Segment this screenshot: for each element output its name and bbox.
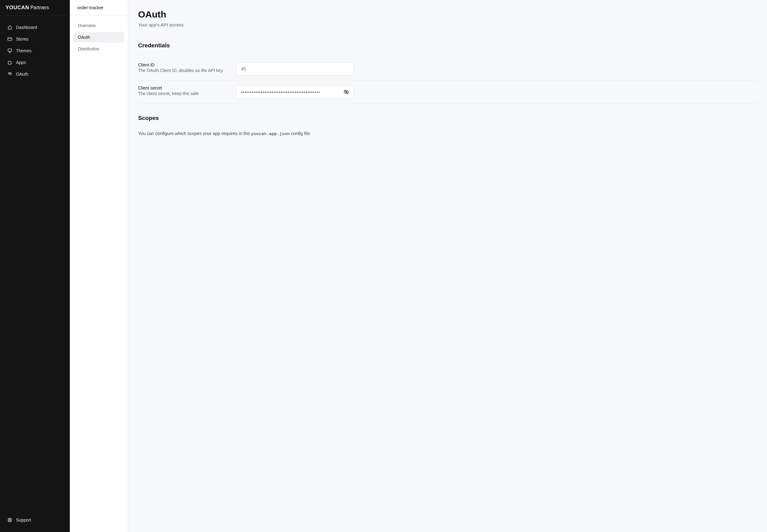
sidebar-item-themes[interactable]: Themes: [0, 45, 70, 57]
toggle-secret-visibility-button[interactable]: [342, 87, 351, 97]
client-id-input[interactable]: [236, 62, 353, 75]
primary-nav: Dashboard Stores Themes Apps OAuth: [0, 15, 70, 514]
page-subtitle: Your app's API access: [138, 22, 757, 27]
svg-line-9: [8, 521, 9, 522]
client-secret-input[interactable]: [236, 85, 353, 98]
client-id-input-wrap: [236, 62, 353, 75]
scopes-config-file: youcan.app.json: [251, 132, 290, 136]
sidebar-item-oauth[interactable]: OAuth: [0, 68, 70, 80]
client-secret-desc: The client secret, keep this safe: [138, 91, 224, 96]
secondary-nav-item-oauth[interactable]: OAuth: [74, 32, 124, 42]
svg-line-8: [10, 521, 11, 522]
secondary-nav-item-distribution[interactable]: Distribution: [74, 44, 124, 54]
brand-main: YOUCAN: [6, 5, 29, 11]
page-title: OAuth: [138, 9, 757, 20]
primary-sidebar: YOUCAN Partners Dashboard Stores Themes …: [0, 0, 70, 532]
credentials-section-title: Credentials: [138, 42, 757, 49]
brand-sub: Partners: [30, 5, 49, 10]
client-id-desc: The OAuth Client ID, doubles as the API …: [138, 68, 224, 73]
secondary-sidebar-title: order-tracker: [70, 0, 128, 15]
client-secret-input-wrap: [236, 85, 353, 98]
sidebar-item-label: Dashboard: [16, 25, 37, 30]
client-id-row: Client ID The OAuth Client ID, doubles a…: [138, 58, 757, 81]
fingerprint-icon: [7, 72, 12, 77]
secondary-nav: Overview OAuth Distribution: [70, 15, 128, 60]
eye-off-icon: [344, 89, 349, 95]
sidebar-item-label: Apps: [16, 60, 26, 65]
svg-line-7: [8, 518, 9, 519]
sidebar-item-dashboard[interactable]: Dashboard: [0, 22, 70, 33]
home-icon: [7, 25, 12, 30]
sidebar-item-label: Support: [16, 518, 31, 522]
sidebar-item-label: Themes: [16, 48, 32, 53]
scopes-text-after: config file.: [290, 131, 311, 136]
scopes-description: You can configure which scopes your app …: [138, 130, 757, 137]
puzzle-icon: [7, 60, 12, 65]
sidebar-item-stores[interactable]: Stores: [0, 33, 70, 45]
svg-rect-2: [8, 49, 12, 51]
client-secret-labels: Client secret The client secret, keep th…: [138, 85, 224, 96]
sidebar-item-apps[interactable]: Apps: [0, 57, 70, 68]
store-icon: [7, 37, 12, 42]
secondary-sidebar: order-tracker Overview OAuth Distributio…: [70, 0, 128, 532]
brand-logo[interactable]: YOUCAN Partners: [0, 0, 70, 15]
svg-line-10: [10, 518, 11, 519]
sidebar-item-support[interactable]: Support: [0, 514, 70, 526]
scopes-text-before: You can configure which scopes your app …: [138, 131, 251, 136]
sidebar-item-label: Stores: [16, 37, 28, 42]
themes-icon: [7, 48, 12, 53]
primary-nav-footer: Support: [0, 514, 70, 532]
svg-rect-0: [8, 38, 12, 40]
client-id-label: Client ID: [138, 62, 224, 67]
lifebuoy-icon: [7, 518, 12, 522]
main-content: OAuth Your app's API access Credentials …: [128, 0, 767, 532]
secondary-nav-item-overview[interactable]: Overview: [74, 20, 124, 31]
client-secret-row: Client secret The client secret, keep th…: [138, 81, 757, 104]
scopes-section-title: Scopes: [138, 115, 757, 121]
client-secret-label: Client secret: [138, 85, 224, 90]
sidebar-item-label: OAuth: [16, 72, 28, 77]
client-id-labels: Client ID The OAuth Client ID, doubles a…: [138, 62, 224, 73]
